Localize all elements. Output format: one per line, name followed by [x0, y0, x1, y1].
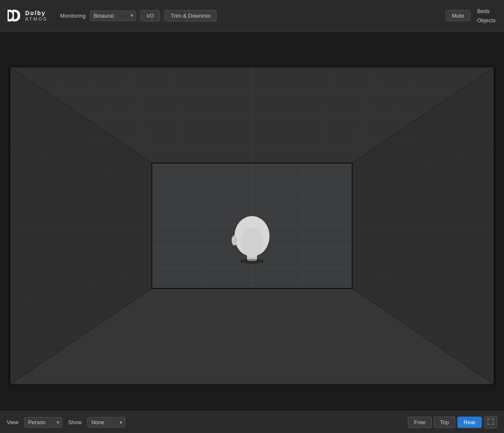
svg-rect-1 [13, 10, 14, 21]
beds-button[interactable]: Beds [475, 7, 497, 15]
header: Dolby ATMOS Monitoring Binaural Stereo 5… [0, 0, 504, 32]
bottom-right: Free Top Rear [408, 416, 497, 428]
svg-point-58 [231, 235, 237, 246]
view-label: View [7, 419, 18, 425]
svg-rect-0 [8, 10, 9, 21]
show-label: Show [68, 419, 82, 425]
logo-dolby: Dolby [25, 10, 47, 16]
rear-button[interactable]: Rear [457, 417, 482, 428]
beds-objects-area: Beds Objects [475, 7, 497, 24]
logo-text: Dolby ATMOS [25, 10, 47, 21]
room-svg [9, 67, 495, 385]
free-button[interactable]: Free [408, 417, 432, 428]
monitoring-select-wrapper: Binaural Stereo 5.1 7.1 7.1.4 [90, 11, 136, 21]
objects-button[interactable]: Objects [475, 16, 497, 24]
expand-icon [488, 419, 494, 425]
monitoring-area: Monitoring Binaural Stereo 5.1 7.1 7.1.4… [60, 10, 217, 21]
main-view [8, 66, 496, 385]
dolby-logo-icon [7, 8, 23, 23]
svg-point-57 [240, 228, 264, 257]
trim-downmix-button[interactable]: Trim & Downmix [164, 10, 217, 21]
top-button[interactable]: Top [434, 417, 455, 428]
view-select[interactable]: Person Camera Top [24, 417, 62, 428]
logo-atmos: ATMOS [25, 17, 47, 21]
monitoring-label: Monitoring [60, 13, 86, 19]
bottom-left: View Person Camera Top Show None All Sel… [7, 417, 125, 428]
show-select[interactable]: None All Selected [87, 417, 125, 428]
header-right: Mute Beds Objects [446, 7, 497, 24]
show-select-wrapper: None All Selected [87, 417, 125, 428]
expand-button[interactable] [484, 416, 497, 428]
bottom-bar: View Person Camera Top Show None All Sel… [0, 411, 504, 433]
mute-button[interactable]: Mute [446, 10, 470, 21]
spacer-area [0, 32, 504, 66]
io-button[interactable]: I/O [140, 10, 160, 21]
monitoring-select[interactable]: Binaural Stereo 5.1 7.1 7.1.4 [90, 11, 136, 21]
view-select-wrapper: Person Camera Top [24, 417, 62, 428]
logo-area: Dolby ATMOS [7, 8, 47, 23]
svg-point-59 [239, 259, 265, 264]
